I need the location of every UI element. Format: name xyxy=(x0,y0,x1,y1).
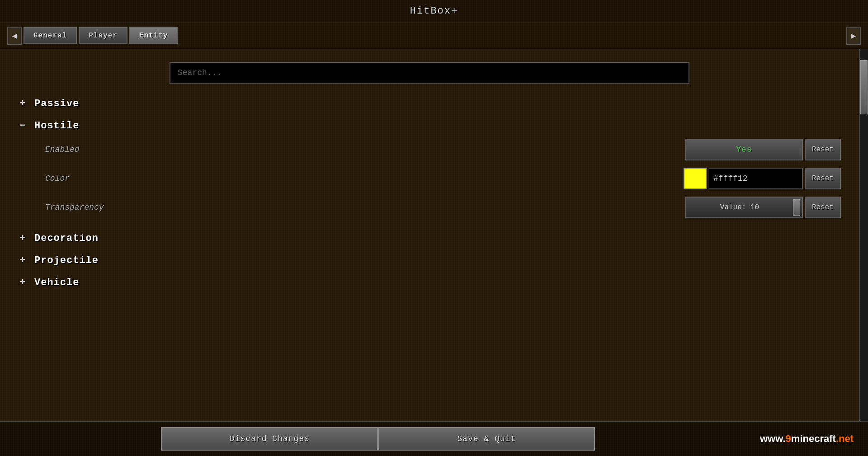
color-label: Color xyxy=(45,174,684,183)
hostile-title: Hostile xyxy=(34,120,79,132)
transparency-value-label: Value: 10 xyxy=(686,203,802,212)
tab-bar: ◀ General Player Entity ▶ xyxy=(0,22,868,49)
section-decoration-header[interactable]: + Decoration xyxy=(18,229,841,248)
tab-player[interactable]: Player xyxy=(79,27,127,44)
slider-handle[interactable] xyxy=(793,199,800,216)
passive-title: Passive xyxy=(34,98,79,109)
projectile-toggle-icon: + xyxy=(18,255,27,266)
content-area: + Passive − Hostile Enabled Yes Res xyxy=(0,49,868,421)
transparency-slider[interactable]: Value: 10 xyxy=(685,197,803,218)
nav-left-arrow[interactable]: ◀ xyxy=(7,27,22,45)
vehicle-title: Vehicle xyxy=(34,277,79,288)
section-hostile: − Hostile Enabled Yes Reset Color xyxy=(18,117,841,226)
enabled-label: Enabled xyxy=(45,145,685,154)
setting-enabled: Enabled Yes Reset xyxy=(45,135,841,164)
section-projectile: + Projectile xyxy=(18,251,841,270)
color-swatch[interactable] xyxy=(684,168,707,189)
save-quit-button[interactable]: Save & Quit xyxy=(378,427,595,451)
bottom-bar: Discard Changes Save & Quit www.9minecra… xyxy=(0,421,868,456)
setting-transparency: Transparency Value: 10 Reset xyxy=(45,193,841,222)
section-vehicle-header[interactable]: + Vehicle xyxy=(18,273,841,292)
hostile-content: Enabled Yes Reset Color Reset xyxy=(18,135,841,226)
section-decoration: + Decoration xyxy=(18,229,841,248)
section-hostile-header[interactable]: − Hostile xyxy=(18,117,841,135)
hostile-toggle-icon: − xyxy=(18,120,27,132)
transparency-controls: Value: 10 Reset xyxy=(685,197,841,218)
watermark-text: www.9minecraft.net xyxy=(760,433,854,445)
section-passive: + Passive xyxy=(18,94,841,113)
color-input[interactable] xyxy=(709,168,803,189)
discard-changes-button[interactable]: Discard Changes xyxy=(161,427,378,451)
color-controls: Reset xyxy=(684,168,841,189)
section-vehicle: + Vehicle xyxy=(18,273,841,292)
search-container xyxy=(170,62,689,84)
projectile-title: Projectile xyxy=(34,255,99,266)
bottom-buttons: Discard Changes Save & Quit xyxy=(161,427,595,451)
section-passive-header[interactable]: + Passive xyxy=(18,94,841,113)
section-projectile-header[interactable]: + Projectile xyxy=(18,251,841,270)
color-reset-button[interactable]: Reset xyxy=(805,168,841,189)
scrollbar-thumb[interactable] xyxy=(860,60,868,114)
transparency-reset-button[interactable]: Reset xyxy=(805,197,841,218)
main-content: + Passive − Hostile Enabled Yes Res xyxy=(0,49,859,421)
app-title: HitBox+ xyxy=(410,5,458,17)
app-container: HitBox+ ◀ General Player Entity ▶ + Pass… xyxy=(0,0,868,456)
enabled-toggle-button[interactable]: Yes xyxy=(685,139,803,160)
search-input[interactable] xyxy=(170,62,689,84)
passive-toggle-icon: + xyxy=(18,98,27,109)
tab-general[interactable]: General xyxy=(24,27,77,44)
decoration-title: Decoration xyxy=(34,233,99,244)
vehicle-toggle-icon: + xyxy=(18,277,27,288)
nav-right-arrow[interactable]: ▶ xyxy=(846,27,861,45)
transparency-label: Transparency xyxy=(45,203,685,212)
title-bar: HitBox+ xyxy=(0,0,868,22)
scrollbar-track[interactable] xyxy=(859,49,868,421)
setting-color: Color Reset xyxy=(45,164,841,193)
enabled-reset-button[interactable]: Reset xyxy=(805,139,841,160)
enabled-controls: Yes Reset xyxy=(685,139,841,160)
tab-entity[interactable]: Entity xyxy=(129,27,178,44)
decoration-toggle-icon: + xyxy=(18,233,27,244)
watermark: www.9minecraft.net xyxy=(751,433,863,445)
